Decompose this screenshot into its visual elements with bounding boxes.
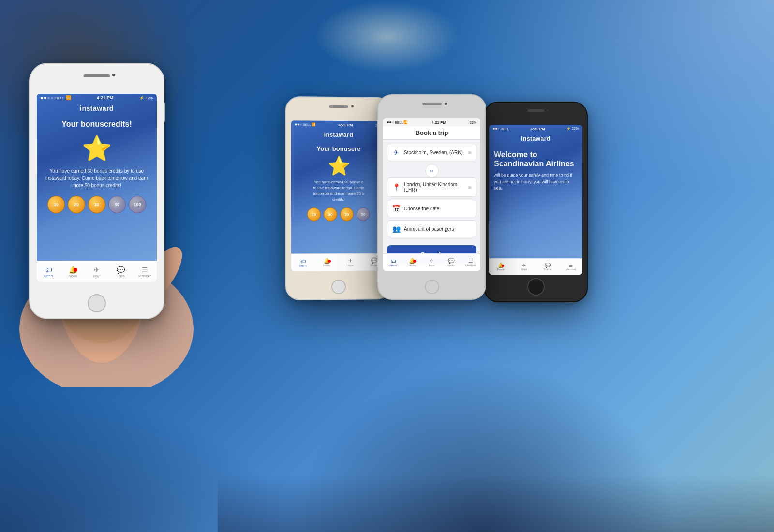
date-field[interactable]: 📅 Choose the date [387, 200, 476, 217]
p4-nav-member[interactable]: ☰ Member [559, 263, 582, 271]
signal-dot-empty [51, 97, 53, 99]
p4-social-label: Social [543, 268, 551, 271]
phone2-speaker [329, 105, 348, 108]
nav-news[interactable]: 🔔 News [61, 266, 85, 278]
p3-offers-label: Offers [389, 264, 397, 267]
p4-news-badge [502, 265, 504, 267]
welcome-text-span: will be guide your safely and time to nd… [494, 173, 572, 191]
welcome-title: Welcome to Scandinavian Airlines [494, 150, 578, 168]
p2-offers-icon: 🏷 [300, 258, 306, 264]
p2-nav-news[interactable]: 🔔 News [315, 258, 339, 267]
phone2-credits: 10 20 30 50 [296, 207, 381, 221]
p2-navi-icon: ✈ [348, 258, 353, 264]
p3-s3 [392, 121, 394, 123]
social-label: Social [116, 274, 125, 278]
trip-form: ✈ Stockholm, Sweden, (ARN) ≡ ↔ 📍 London,… [383, 140, 480, 265]
p2-social-icon: 💬 [371, 258, 377, 264]
origin-field[interactable]: ✈ Stockholm, Sweden, (ARN) ≡ [387, 144, 476, 161]
phone3-status-bar: BELL 📶 4:21 PM 22% [383, 118, 480, 126]
news-label: News [69, 274, 77, 278]
p2-carrier: BELL [303, 123, 311, 126]
p2-nav-offers[interactable]: 🏷 Offers [291, 258, 315, 267]
p4-s1 [493, 128, 495, 130]
p3-offers-icon: 🏷 [390, 258, 396, 264]
passengers-field[interactable]: 👥 Ammount of pasengers [387, 220, 476, 237]
phone1-app-title: instaward [37, 102, 157, 115]
destination-field[interactable]: 📍 London, United Kingdom, (LHR) ≡ [387, 177, 476, 197]
p3-social-icon: 💬 [448, 258, 455, 264]
p2-news-label: News [323, 264, 330, 267]
p4-time: 4:21 PM [530, 127, 545, 131]
phone-3: BELL 📶 4:21 PM 22% Book a trip ✈ Stockho… [377, 94, 486, 300]
member-icon: ☰ [142, 266, 148, 274]
p2-credit-20: 20 [324, 207, 337, 221]
p4-nav-social[interactable]: 💬 Social [536, 263, 559, 271]
phone2-home [331, 280, 346, 294]
credit-badge-10: 10 [47, 196, 65, 213]
phone-2: BELL 📶 4:21 PM 22% instaward Your bonusc… [285, 96, 392, 300]
nav-member[interactable]: ☰ Member [133, 266, 157, 278]
welcome-title-text: Welcome to Scandinavian Airlines [494, 150, 574, 168]
p4-social-icon: 💬 [545, 263, 551, 268]
welcome-sub-text: will be guide your safely and time to nd… [494, 172, 578, 192]
p3-nav-member[interactable]: ☰ Member [461, 258, 480, 267]
phone1-screen: BELL 📶 4:21 PM ⚡ 22% instaward Your bonu… [37, 94, 157, 282]
calendar-icon: 📅 [392, 205, 400, 212]
credit-badge-20: 20 [68, 196, 85, 213]
carrier-label: BELL [55, 96, 65, 100]
p3-nav-navi[interactable]: ✈ Navi [422, 258, 441, 267]
phone-1: BELL 📶 4:21 PM ⚡ 22% instaward Your bonu… [29, 63, 164, 319]
p2-navi-label: Navi [347, 264, 353, 267]
signal-dot [44, 97, 46, 99]
phone3-speaker [422, 103, 442, 105]
phone2-content: Your bonuscre ⭐ You have earned 30 bonus… [291, 141, 386, 225]
p4-navi-icon: ✈ [522, 263, 526, 268]
p4-s2 [495, 128, 497, 130]
p2-nav-navi[interactable]: ✈ Navi [339, 258, 362, 267]
p4-member-label: Member [566, 268, 576, 271]
phone2-bonus-title: Your bonuscre [296, 145, 381, 153]
p3-nav-offers[interactable]: 🏷 Offers [383, 258, 402, 267]
credits-row: 10 20 30 50 100 [44, 196, 150, 213]
p3-nav-news[interactable]: 🔔 News [402, 258, 422, 267]
phone3-home [425, 280, 439, 294]
p3-social-label: Social [447, 264, 455, 267]
credit-badge-100: 100 [129, 196, 146, 213]
date-text: Choose the date [404, 206, 471, 211]
p4-nav-navi[interactable]: ✈ Navi [512, 263, 536, 271]
credit-badge-30: 30 [88, 196, 105, 213]
phone2-camera [351, 105, 354, 107]
wifi-icon: 📶 [66, 95, 71, 100]
p3-battery: 22% [470, 121, 476, 124]
offers-icon: 🏷 [45, 266, 52, 274]
p3-wifi: 📶 [403, 120, 408, 124]
credit-badge-50: 50 [108, 196, 126, 213]
phone1-home [88, 294, 106, 312]
menu-icon2: ≡ [468, 185, 471, 190]
nav-navi[interactable]: ✈ Navi [85, 266, 109, 278]
p3-nav-social[interactable]: 💬 Social [442, 258, 461, 267]
passengers-text: Ammount of pasengers [404, 226, 471, 232]
member-label: Member [138, 274, 151, 278]
star-icon: ⭐ [44, 134, 150, 163]
p3-time: 4:21 PM [432, 120, 446, 125]
p4-nav-news[interactable]: 🔔 News [489, 263, 512, 271]
nav-social[interactable]: 💬 Social [109, 266, 133, 278]
phone4-status-bar: BELL 4:21 PM ⚡ 22% [489, 125, 582, 133]
phone4-screen: BELL 4:21 PM ⚡ 22% instaward Welcome to … [489, 125, 582, 275]
p2-offers-label: Offers [299, 264, 307, 267]
phone-4: BELL 4:21 PM ⚡ 22% instaward Welcome to … [484, 102, 588, 302]
signal-dot [41, 97, 43, 99]
bg-light [314, 0, 460, 73]
p2-credit-10: 10 [307, 207, 321, 221]
p2-credit-30: 30 [340, 207, 354, 221]
table-surface [218, 474, 774, 532]
phone1-status-bar: BELL 📶 4:21 PM ⚡ 22% [37, 94, 157, 102]
phone1-bottom-nav: 🏷 Offers 🔔 News ✈ Navi 💬 Social ☰ Member [37, 261, 157, 282]
p4-carrier: BELL [501, 127, 509, 131]
swap-button[interactable]: ↔ [425, 164, 439, 177]
nav-offers[interactable]: 🏷 Offers [37, 266, 61, 278]
passengers-icon: 👥 [392, 225, 400, 233]
bonus-title: Your bonuscredits! [44, 120, 150, 129]
book-trip-title: Book a trip [416, 129, 448, 136]
